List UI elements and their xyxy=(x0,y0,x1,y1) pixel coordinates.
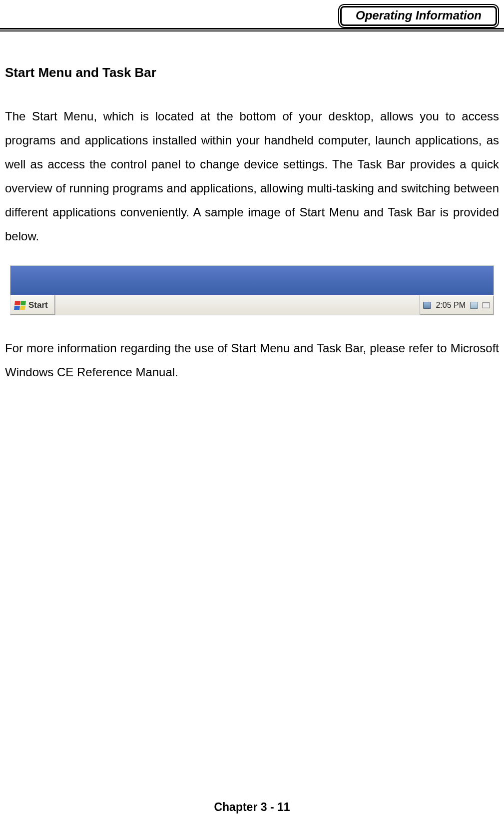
start-button[interactable]: Start xyxy=(10,295,55,315)
page-content: Start Menu and Task Bar The Start Menu, … xyxy=(5,65,499,399)
taskbar-sample-image: Start 2:05 PM xyxy=(10,265,494,315)
windows-flag-icon xyxy=(14,301,26,310)
intro-paragraph: The Start Menu, which is located at the … xyxy=(5,104,499,248)
window-titlebar-area xyxy=(10,266,494,295)
show-desktop-icon[interactable] xyxy=(470,301,479,309)
header-tab-label: Operating Information xyxy=(340,6,497,26)
taskbar-row: Start 2:05 PM xyxy=(10,295,494,315)
network-monitor-icon[interactable] xyxy=(423,301,432,309)
tray-clock[interactable]: 2:05 PM xyxy=(435,301,467,310)
reference-paragraph: For more information regarding the use o… xyxy=(5,336,499,384)
header-rule xyxy=(0,28,504,31)
section-title: Start Menu and Task Bar xyxy=(5,65,499,80)
system-tray: 2:05 PM xyxy=(419,295,494,315)
header-tab: Operating Information xyxy=(338,4,499,28)
start-button-label: Start xyxy=(28,300,48,310)
input-panel-icon[interactable] xyxy=(482,301,491,309)
page-footer: Chapter 3 - 11 xyxy=(0,801,504,814)
